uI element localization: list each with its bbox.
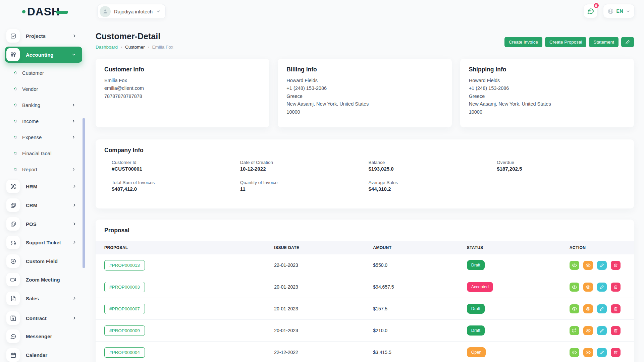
- submenu-bullet-icon: [13, 135, 18, 139]
- status-badge: Draft: [467, 325, 485, 336]
- proposal-link[interactable]: #PROP000004: [104, 347, 145, 358]
- edit-button[interactable]: [597, 261, 607, 270]
- delete-button[interactable]: [611, 348, 621, 357]
- sidebar-scrollbar[interactable]: [83, 118, 85, 268]
- cards-stack-icon: [6, 217, 20, 231]
- table-row: #PROP000009 20-01-2023 $210.0 Draft: [96, 320, 634, 342]
- preview-button[interactable]: [583, 348, 593, 357]
- preview-button[interactable]: [583, 261, 593, 270]
- sidebar-item-custom-field[interactable]: Custom Field: [5, 253, 82, 269]
- create-invoice-button[interactable]: Create Invoice: [504, 37, 542, 47]
- org-name: Rajodiya infotech: [114, 9, 153, 14]
- chevron-down-icon: [156, 9, 161, 14]
- edit-customer-button[interactable]: [621, 37, 634, 47]
- chevron-down-icon: [71, 52, 76, 57]
- delete-button[interactable]: [611, 304, 621, 313]
- page-actions: Create Invoice Create Proposal Statement: [504, 37, 634, 47]
- table-row: #PROP000003 20-01-2023 $94,657.5 Accepte…: [96, 276, 634, 298]
- sidebar-item-support-ticket[interactable]: Support Ticket: [5, 234, 82, 250]
- sidebar-item-banking[interactable]: Banking: [5, 97, 82, 113]
- sidebar-item-customer[interactable]: Customer: [5, 65, 82, 81]
- delete-button[interactable]: [611, 261, 621, 270]
- field-date-of-creation: Date of Creation 10-12-2022: [240, 160, 369, 172]
- checkbox-icon: [6, 29, 20, 43]
- view-button[interactable]: [570, 283, 579, 292]
- logo-dash-bar: [56, 11, 68, 14]
- sidebar-item-projects[interactable]: Projects: [5, 28, 82, 44]
- proposal-link[interactable]: #PROP000013: [104, 260, 145, 270]
- headphones-icon: [6, 236, 20, 249]
- view-button[interactable]: [570, 304, 579, 313]
- proposal-link[interactable]: #PROP000007: [104, 304, 145, 314]
- field-quantity-of-invoice: Quantity of Invoice 11: [240, 180, 369, 192]
- chat-bubble-icon: [6, 329, 20, 343]
- view-button[interactable]: [570, 348, 579, 357]
- chevron-right-icon: [72, 34, 77, 38]
- submenu-bullet-icon: [13, 119, 18, 123]
- sidebar-item-report[interactable]: Report: [5, 161, 82, 177]
- col-status: STATUS: [467, 245, 570, 250]
- col-issue-date: ISSUE DATE: [274, 245, 373, 250]
- sidebar-item-finacial-goal[interactable]: Finacial Goal: [5, 145, 82, 161]
- delete-button[interactable]: [611, 283, 621, 292]
- eye-icon: [572, 263, 577, 268]
- breadcrumb-dashboard[interactable]: Dashboard: [96, 45, 118, 50]
- proposal-link[interactable]: #PROP000009: [104, 325, 145, 336]
- edit-button[interactable]: [597, 283, 607, 292]
- sidebar-item-sales[interactable]: Sales: [5, 290, 82, 306]
- company-info-card: Company Info Customer Id #CUST00001 Date…: [96, 139, 634, 208]
- convert-button[interactable]: [570, 326, 579, 335]
- sidebar-item-hrm[interactable]: HRM: [5, 178, 82, 194]
- video-camera-icon: [6, 273, 20, 286]
- amount: $94,657.5: [373, 284, 467, 290]
- sidebar-item-crm[interactable]: CRM: [5, 197, 82, 213]
- view-button[interactable]: [570, 261, 579, 270]
- app-logo[interactable]: DASH: [22, 5, 68, 18]
- billing-info-card: Billing Info Howard Fields +1 (248) 153-…: [278, 59, 451, 127]
- issue-date: 22-12-2022: [274, 350, 373, 355]
- issue-date: 22-01-2023: [274, 262, 373, 268]
- eye-icon: [572, 285, 577, 290]
- sidebar-item-expense[interactable]: Expense: [5, 129, 82, 145]
- col-action: ACTION: [570, 245, 625, 250]
- eye-icon: [572, 350, 577, 355]
- sidebar-item-pos[interactable]: POS: [5, 216, 82, 232]
- sidebar-item-messenger[interactable]: Messenger: [5, 328, 82, 344]
- chevron-right-icon: [71, 119, 76, 123]
- delete-button[interactable]: [611, 326, 621, 335]
- sidebar-item-calendar[interactable]: Calendar: [5, 347, 82, 362]
- shipping-country: Greece: [469, 93, 625, 100]
- messages-button[interactable]: 0: [584, 4, 598, 18]
- preview-button[interactable]: [583, 304, 593, 313]
- statement-button[interactable]: Statement: [589, 37, 619, 47]
- save-floppy-icon: [6, 311, 20, 325]
- breadcrumb-customer[interactable]: Customer: [125, 45, 145, 50]
- language-selector[interactable]: EN: [603, 4, 635, 18]
- cards-stack-icon: [6, 198, 20, 212]
- sidebar-item-contract[interactable]: Contract: [5, 310, 82, 326]
- trash-icon: [613, 285, 618, 289]
- sidebar-item-zoom-meeting[interactable]: Zoom Meeting: [5, 272, 82, 288]
- edit-button[interactable]: [597, 348, 607, 357]
- repeat-arrows-icon: [572, 328, 577, 333]
- chevron-right-icon: [72, 240, 77, 245]
- create-proposal-button[interactable]: Create Proposal: [545, 37, 587, 47]
- preview-button[interactable]: [583, 326, 593, 335]
- issue-date: 20-01-2023: [274, 328, 373, 333]
- chat-bubble-icon: [587, 7, 594, 15]
- sidebar-item-accounting[interactable]: Accounting: [5, 47, 82, 63]
- submenu-bullet-icon: [13, 167, 18, 172]
- preview-button[interactable]: [583, 283, 593, 292]
- proposal-link[interactable]: #PROP000003: [104, 282, 145, 292]
- sidebar-item-vendor[interactable]: Vendor: [5, 81, 82, 97]
- edit-button[interactable]: [597, 326, 607, 335]
- trash-icon: [613, 263, 618, 267]
- sidebar-item-income[interactable]: Income: [5, 113, 82, 129]
- trash-icon: [613, 328, 618, 333]
- billing-zip: 10000: [286, 108, 443, 116]
- edit-button[interactable]: [597, 304, 607, 313]
- customer-phone: 78787878787878: [104, 93, 261, 100]
- billing-country: Greece: [286, 93, 443, 100]
- workspace-selector[interactable]: Rajodiya infotech: [97, 4, 166, 19]
- customer-name: Emilia Fox: [104, 77, 261, 84]
